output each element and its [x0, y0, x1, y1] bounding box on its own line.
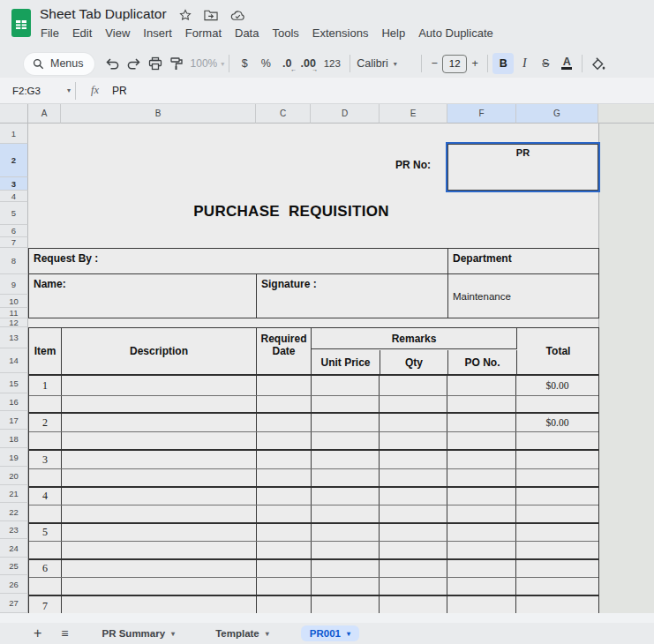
- italic-button[interactable]: I: [514, 53, 535, 74]
- empty-cell[interactable]: [312, 451, 380, 468]
- empty-cell[interactable]: [312, 432, 380, 449]
- empty-cell[interactable]: [62, 596, 257, 613]
- total-cell[interactable]: [516, 596, 598, 613]
- menu-edit[interactable]: Edit: [72, 26, 92, 40]
- more-formats-button[interactable]: 123: [319, 53, 345, 74]
- font-size-input[interactable]: 12: [442, 55, 467, 73]
- empty-cell[interactable]: [62, 542, 257, 558]
- row-header-13[interactable]: 13: [0, 327, 28, 348]
- item-number-cell[interactable]: 4: [29, 488, 62, 505]
- empty-cell[interactable]: [312, 414, 380, 431]
- decrease-decimal-button[interactable]: .0←: [276, 53, 297, 74]
- empty-cell[interactable]: [62, 451, 257, 468]
- item-number-cell[interactable]: 1: [29, 376, 62, 395]
- total-cell[interactable]: [516, 560, 598, 577]
- empty-cell[interactable]: [312, 488, 380, 505]
- empty-cell[interactable]: [380, 578, 447, 595]
- empty-cell[interactable]: [516, 432, 598, 449]
- cloud-status-icon[interactable]: [230, 10, 245, 21]
- empty-cell[interactable]: [62, 560, 257, 577]
- empty-cell[interactable]: [380, 542, 447, 558]
- row-header-12[interactable]: 12: [0, 318, 28, 327]
- header-required-date[interactable]: Required Date: [257, 328, 312, 374]
- column-header-B[interactable]: B: [61, 104, 256, 124]
- menu-help[interactable]: Help: [381, 26, 405, 40]
- select-all-corner[interactable]: [0, 104, 28, 124]
- item-number-cell[interactable]: 2: [29, 414, 62, 431]
- row-header-21[interactable]: 21: [0, 485, 28, 503]
- empty-cell[interactable]: [447, 542, 516, 558]
- empty-cell[interactable]: [29, 396, 62, 412]
- print-icon[interactable]: [145, 53, 166, 74]
- empty-cell[interactable]: [447, 488, 516, 505]
- header-unit-price[interactable]: Unit Price: [312, 350, 380, 374]
- empty-cell[interactable]: [380, 469, 447, 486]
- row-header-26[interactable]: 26: [0, 575, 28, 594]
- row-header-14[interactable]: 14: [0, 348, 28, 373]
- empty-cell[interactable]: [380, 376, 447, 395]
- empty-cell[interactable]: [516, 505, 598, 522]
- menu-data[interactable]: Data: [235, 26, 259, 40]
- empty-cell[interactable]: [516, 578, 598, 595]
- menu-view[interactable]: View: [105, 26, 130, 40]
- empty-cell[interactable]: [312, 376, 380, 395]
- empty-cell[interactable]: [62, 396, 257, 412]
- decrease-font-size-button[interactable]: −: [426, 53, 442, 74]
- total-cell[interactable]: [516, 524, 598, 541]
- total-cell[interactable]: [516, 451, 598, 468]
- row-header-7[interactable]: 7: [0, 237, 28, 248]
- empty-cell[interactable]: [447, 414, 516, 431]
- selection-box-F2-G3[interactable]: PR: [446, 142, 600, 192]
- empty-cell[interactable]: [29, 542, 62, 558]
- empty-cell[interactable]: [380, 524, 447, 541]
- empty-cell[interactable]: [447, 578, 516, 595]
- row-header-20[interactable]: 20: [0, 467, 28, 485]
- increase-decimal-button[interactable]: .00→: [297, 53, 319, 74]
- row-header-10[interactable]: 10: [0, 295, 28, 308]
- empty-cell[interactable]: [62, 524, 257, 541]
- empty-cell[interactable]: [447, 396, 516, 412]
- row-header-1[interactable]: 1: [0, 124, 28, 144]
- empty-cell[interactable]: [312, 578, 380, 595]
- row-header-19[interactable]: 19: [0, 448, 28, 467]
- currency-format-button[interactable]: $: [234, 53, 255, 74]
- empty-cell[interactable]: [257, 542, 312, 558]
- all-sheets-icon[interactable]: ≡: [61, 626, 68, 640]
- cell-name-label[interactable]: Name:: [29, 274, 257, 318]
- item-number-cell[interactable]: 6: [29, 560, 62, 577]
- empty-cell[interactable]: [29, 469, 62, 486]
- cell-department-value[interactable]: Maintenance: [448, 274, 598, 318]
- item-number-cell[interactable]: 3: [29, 451, 62, 468]
- empty-cell[interactable]: [516, 396, 598, 412]
- menu-tools[interactable]: Tools: [272, 26, 298, 40]
- move-folder-icon[interactable]: [204, 9, 218, 21]
- empty-cell[interactable]: [257, 505, 312, 522]
- bold-button[interactable]: B: [492, 53, 514, 74]
- menus-search-button[interactable]: Menus: [24, 53, 94, 75]
- empty-cell[interactable]: [312, 596, 380, 613]
- empty-cell[interactable]: [380, 488, 447, 505]
- cell-request-by[interactable]: Request By :: [29, 249, 448, 273]
- row-header-24[interactable]: 24: [0, 539, 28, 558]
- row-header-23[interactable]: 23: [0, 521, 28, 539]
- row-header-22[interactable]: 22: [0, 503, 28, 521]
- empty-cell[interactable]: [447, 560, 516, 577]
- empty-cell[interactable]: [447, 451, 516, 468]
- header-item[interactable]: Item: [29, 328, 62, 374]
- empty-cell[interactable]: [257, 414, 312, 431]
- empty-cell[interactable]: [62, 376, 257, 395]
- total-cell[interactable]: $0.00: [516, 376, 598, 395]
- empty-cell[interactable]: [380, 414, 447, 431]
- menu-auto-duplicate[interactable]: Auto Duplicate: [418, 26, 493, 40]
- empty-cell[interactable]: [380, 396, 447, 412]
- empty-cell[interactable]: [380, 596, 447, 613]
- empty-cell[interactable]: [62, 578, 257, 595]
- increase-font-size-button[interactable]: +: [467, 53, 483, 74]
- cell-pr-no-label[interactable]: PR No:: [333, 157, 431, 173]
- column-header-F[interactable]: F: [447, 104, 516, 124]
- empty-cell[interactable]: [257, 451, 312, 468]
- empty-cell[interactable]: [447, 596, 516, 613]
- cell-document-title[interactable]: PURCHASE REQUISITION: [159, 200, 424, 223]
- empty-cell[interactable]: [380, 432, 447, 449]
- empty-cell[interactable]: [447, 505, 516, 522]
